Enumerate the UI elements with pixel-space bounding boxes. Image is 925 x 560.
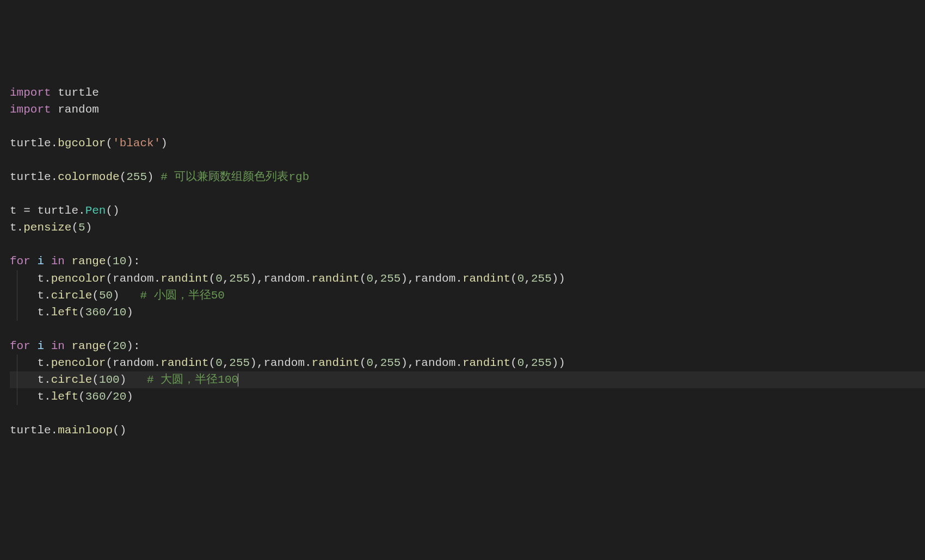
number-literal: 10 [113,306,126,319]
code-line[interactable]: import turtle [10,84,925,101]
object-ref: turtle. [10,424,58,437]
code-line[interactable]: for i in range(20): [10,338,925,354]
code-line-current[interactable]: t.circle(100) # 大圆，半径100 [10,371,925,388]
method-call: bgcolor [58,137,106,150]
method-call: randint [312,272,360,285]
indent [10,357,37,369]
code-line[interactable]: t.pensize(5) [10,219,925,236]
paren: ( [78,306,85,319]
paren: ): [126,255,140,267]
method-call: pencolor [51,272,106,285]
code-line-blank[interactable] [10,405,925,422]
code-line[interactable]: for i in range(10): [10,253,925,270]
code-line-blank[interactable] [10,321,925,338]
number-literal: 0 [215,357,223,369]
indent [10,374,37,386]
keyword-import: import [10,103,51,116]
module-name: turtle [51,86,99,99]
method-call: randint [161,272,208,285]
comment: # 大圆，半径100 [147,374,238,386]
indent [10,306,37,319]
indent [10,390,37,403]
paren: ) [161,137,168,150]
object-ref: t. [37,374,51,386]
variable: t [10,204,17,217]
object-ref: random. [263,272,311,285]
paren: ( [209,357,216,369]
method-call: pensize [23,221,71,234]
comment: # 可以兼顾数组颜色列表rgb [161,171,309,183]
object-ref: random. [415,272,462,285]
paren: ), [250,272,263,285]
parens: () [106,204,119,217]
space [44,255,51,267]
space [65,255,72,267]
code-line[interactable]: t.left(360/10) [10,304,925,321]
paren: ( [120,171,127,183]
code-line-blank[interactable] [10,236,925,253]
indent-guide [17,371,17,388]
object-ref: t. [37,390,51,403]
object-ref: t. [37,357,51,369]
method-call: randint [462,272,510,285]
string-literal: 'black' [113,137,161,150]
number-literal: 0 [517,357,525,369]
paren: ( [78,390,85,403]
object-ref: t. [37,289,51,302]
paren: ) [126,390,133,403]
paren: )) [552,272,565,285]
number-literal: 0 [215,272,223,285]
indent-guide [17,354,17,371]
number-literal: 360 [85,390,106,403]
keyword-in: in [51,340,65,352]
code-line[interactable]: turtle.mainloop() [10,422,925,439]
code-line[interactable]: turtle.colormode(255) # 可以兼顾数组颜色列表rgb [10,169,925,185]
operator: / [106,390,113,403]
class-name: Pen [85,204,106,217]
number-literal: 20 [113,340,126,352]
paren: ) [147,171,161,183]
number-literal: 255 [229,357,250,369]
number-literal: 255 [380,357,401,369]
code-line-blank[interactable] [10,152,925,169]
number-literal: 255 [380,272,401,285]
comment: # 小圆，半径50 [140,289,225,302]
method-call: randint [312,357,360,369]
operator: / [106,306,113,319]
indent-guide [17,270,17,287]
builtin-func: range [71,255,106,267]
paren: ( [209,272,216,285]
method-call: circle [51,374,92,386]
object-ref: turtle. [37,204,85,217]
parens: () [113,424,126,437]
code-line-blank[interactable] [10,185,925,202]
code-editor[interactable]: import turtle import random turtle.bgcol… [0,0,925,439]
indent-guide [17,304,17,321]
paren: ( [106,255,113,267]
number-literal: 255 [531,272,552,285]
code-line[interactable]: t.pencolor(random.randint(0,255),random.… [10,270,925,287]
code-line[interactable]: turtle.bgcolor('black') [10,135,925,152]
object-ref: random. [263,357,311,369]
code-line[interactable]: t = turtle.Pen() [10,202,925,219]
paren: ( [92,289,99,302]
code-line[interactable]: t.left(360/20) [10,388,925,405]
space [44,340,51,352]
method-call: mainloop [58,424,113,437]
object-ref: random. [113,357,161,369]
paren: ( [510,357,517,369]
code-line[interactable]: t.pencolor(random.randint(0,255),random.… [10,354,925,371]
paren: ): [126,340,140,352]
builtin-func: range [71,340,106,352]
paren: ) [85,221,92,234]
comma: , [524,357,531,369]
paren: )) [552,357,565,369]
object-ref: turtle. [10,137,58,150]
operator: = [17,204,38,217]
object-ref: t. [37,272,51,285]
code-line-blank[interactable] [10,118,925,135]
text-cursor [238,374,238,387]
paren: ( [106,272,113,285]
code-line[interactable]: t.circle(50) # 小圆，半径50 [10,287,925,304]
code-line[interactable]: import random [10,101,925,118]
